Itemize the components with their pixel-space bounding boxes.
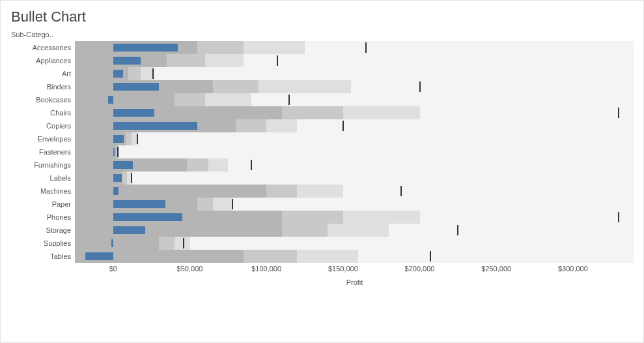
plot-area <box>75 41 634 263</box>
measure-bar <box>113 122 197 130</box>
target-marker <box>117 147 119 157</box>
qualitative-band <box>132 172 136 185</box>
y-tick-label: Art <box>10 67 75 80</box>
qualitative-band <box>266 119 297 132</box>
measure-bar <box>113 57 141 65</box>
target-marker <box>277 55 278 66</box>
qualitative-band <box>244 41 305 54</box>
qualitative-band <box>75 145 117 158</box>
qualitative-band <box>213 198 233 211</box>
qualitative-band <box>187 158 208 172</box>
bullet-row <box>75 67 634 80</box>
target-marker <box>343 121 344 131</box>
plot-wrap: AccessoriesAppliancesArtBindersBookcases… <box>10 41 634 263</box>
qualitative-band <box>208 158 229 172</box>
bullet-row <box>75 93 634 106</box>
qualitative-band <box>236 119 266 132</box>
qualitative-band <box>259 80 350 93</box>
target-marker <box>183 238 184 248</box>
qualitative-band <box>351 80 420 93</box>
target-marker <box>137 134 138 144</box>
target-marker <box>618 212 619 222</box>
y-tick-label: Bookcases <box>10 93 75 106</box>
bullet-row <box>75 237 634 250</box>
bullet-row <box>75 198 634 211</box>
bullet-row <box>75 41 634 54</box>
chart-card: Bullet Chart Sub-Catego.. AccessoriesApp… <box>0 0 644 343</box>
y-tick-label: Labels <box>10 172 75 185</box>
qualitative-band <box>282 224 328 237</box>
target-marker <box>288 95 290 105</box>
qualitative-band <box>167 54 205 67</box>
qualitative-band <box>305 41 366 54</box>
target-marker <box>365 42 367 53</box>
y-tick-label: Copiers <box>10 119 75 132</box>
bullet-row <box>75 250 634 263</box>
qualitative-band <box>244 54 277 67</box>
x-axis-label: Profit <box>75 278 634 286</box>
qualitative-band <box>128 67 141 80</box>
measure-bar <box>113 187 119 195</box>
qualitative-band <box>159 237 175 250</box>
chart-title: Bullet Chart <box>11 8 634 25</box>
x-axis: $0$50,000$100,000$150,000$200,000$250,00… <box>75 263 634 293</box>
qualitative-band <box>175 237 190 250</box>
y-tick-label: Paper <box>10 198 75 211</box>
measure-bar <box>113 70 123 78</box>
measure-bar <box>113 135 124 143</box>
qualitative-band <box>251 93 290 106</box>
qualitative-band <box>213 80 259 93</box>
qualitative-band <box>75 106 282 119</box>
qualitative-band <box>389 224 458 237</box>
measure-bar <box>85 252 113 260</box>
x-axis-ticks: $0$50,000$100,000$150,000$200,000$250,00… <box>75 263 634 275</box>
measure-bar <box>111 239 113 247</box>
qualitative-band <box>343 185 401 198</box>
qualitative-band <box>297 119 343 132</box>
bullet-row <box>75 224 634 237</box>
column-header: Sub-Catego.. <box>11 31 634 38</box>
qualitative-band <box>228 158 251 172</box>
y-tick-label: Supplies <box>10 237 75 250</box>
measure-bar <box>113 213 182 221</box>
y-tick-label: Phones <box>10 211 75 224</box>
qualitative-band <box>266 185 297 198</box>
qualitative-band <box>197 198 213 211</box>
y-tick-label: Accessories <box>10 41 75 54</box>
y-tick-label: Fasteners <box>10 145 75 158</box>
qualitative-band <box>328 224 389 237</box>
qualitative-band <box>75 93 175 106</box>
qualitative-band <box>126 132 132 145</box>
y-tick-label: Tables <box>10 250 75 263</box>
qualitative-band <box>122 172 127 185</box>
bullet-row <box>75 80 634 93</box>
measure-bar <box>113 148 115 156</box>
y-tick-label: Furnishings <box>10 158 75 172</box>
measure-bar <box>113 109 155 117</box>
y-tick-label: Machines <box>10 185 75 198</box>
bullet-row <box>75 145 634 158</box>
x-tick-label: $300,000 <box>558 265 588 273</box>
y-tick-label: Appliances <box>10 54 75 67</box>
qualitative-band <box>75 224 282 237</box>
measure-bar <box>108 96 113 104</box>
bullet-row <box>75 132 634 145</box>
qualitative-band <box>244 250 297 263</box>
y-tick-label: Binders <box>10 80 75 93</box>
x-tick-label: $200,000 <box>405 265 435 273</box>
bullet-row <box>75 158 634 172</box>
qualitative-band <box>75 237 159 250</box>
target-marker <box>419 82 421 92</box>
qualitative-band <box>420 211 512 224</box>
qualitative-band <box>190 237 206 250</box>
target-marker <box>457 225 458 235</box>
measure-bar <box>113 174 122 182</box>
qualitative-band <box>175 93 205 106</box>
target-marker <box>251 160 252 170</box>
measure-bar <box>113 226 145 234</box>
qualitative-band <box>297 185 343 198</box>
x-tick-label: $250,000 <box>481 265 511 273</box>
measure-bar <box>113 161 133 169</box>
bullet-row <box>75 106 634 119</box>
qualitative-band <box>154 67 167 80</box>
